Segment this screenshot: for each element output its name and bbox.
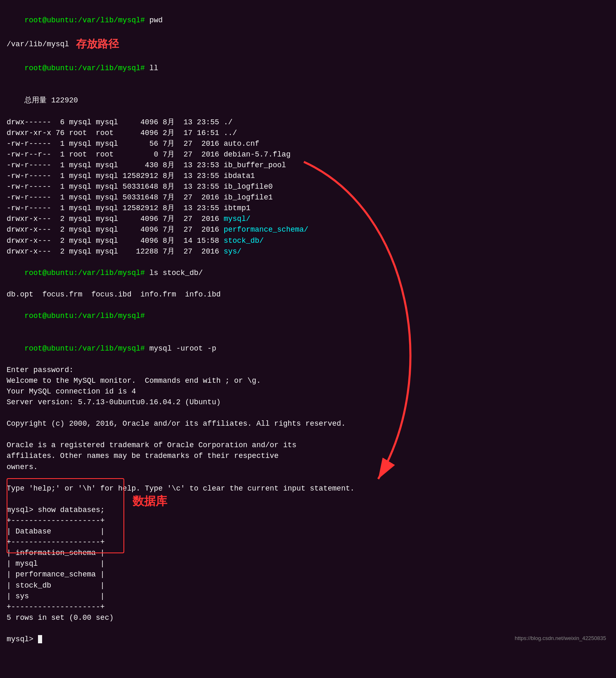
line-server-ver: Server version: 5.7.13-0ubuntu0.16.04.2 … [7, 397, 609, 408]
prompt-3: root@ubuntu:/var/lib/mysql# [24, 269, 145, 277]
watermark: https://blog.csdn.net/weixin_42250835 [515, 635, 606, 641]
cmd-5: mysql -uroot -p [145, 344, 216, 353]
cursor [38, 635, 43, 643]
line-blank5 [7, 623, 609, 634]
line-copyright: Copyright (c) 2000, 2016, Oracle and/or … [7, 418, 609, 429]
line-table-header: | Database | [7, 526, 609, 537]
line-oracle3: owners. [7, 462, 609, 472]
line-enter-pw: Enter password: [7, 365, 609, 375]
terminal-container: root@ubuntu:/var/lib/mysql# pwd /var/lib… [7, 4, 609, 645]
line-dir13: drwxr-x--- 2 mysql mysql 12288 7月 27 201… [7, 246, 609, 257]
line-dir12: drwxr-x--- 2 mysql mysql 4096 8月 14 15:5… [7, 235, 609, 246]
line-total: 总用量 122920 [7, 84, 609, 116]
line-2: /var/lib/mysql 存放路径 [7, 36, 609, 52]
line-rows: 5 rows in set (0.00 sec) [7, 612, 609, 623]
line-table-bottom: +--------------------+ [7, 602, 609, 612]
line-dir9: -rw-r----- 1 mysql mysql 12582912 8月 13 … [7, 203, 609, 213]
prompt-1: root@ubuntu:/var/lib/mysql# [24, 16, 145, 24]
total-output: 总用量 122920 [24, 96, 78, 104]
line-db4: | stock_db | [7, 580, 609, 591]
line-dir4: -rw-r--r-- 1 root root 0 7月 27 2016 debi… [7, 149, 609, 160]
line-ls-prompt: root@ubuntu:/var/lib/mysql# ls stock_db/ [7, 257, 609, 289]
line-conn-id: Your MySQL connection id is 4 [7, 386, 609, 397]
line-dir1: drwx------ 6 mysql mysql 4096 8月 13 23:5… [7, 117, 609, 128]
line-db3: | performance_schema | [7, 569, 609, 580]
line-db2: | mysql | [7, 558, 609, 569]
line-mysql-prompt: root@ubuntu:/var/lib/mysql# mysql -uroot… [7, 332, 609, 364]
line-blank1 [7, 408, 609, 418]
line-dir6: -rw-r----- 1 mysql mysql 12582912 8月 13 … [7, 171, 609, 181]
line-db5: | sys | [7, 591, 609, 602]
line-db1: | information_schema | [7, 548, 609, 558]
line-table-top: +--------------------+ [7, 515, 609, 526]
line-blank3 [7, 472, 609, 483]
line-dir5: -rw-r----- 1 mysql mysql 430 8月 13 23:53… [7, 160, 609, 171]
prompt-4: root@ubuntu:/var/lib/mysql# [24, 312, 145, 320]
line-help: Type 'help;' or '\h' for help. Type '\c'… [7, 483, 609, 494]
line-dir10: drwxr-x--- 2 mysql mysql 4096 7月 27 2016… [7, 213, 609, 224]
line-ls-output: db.opt focus.frm focus.ibd info.frm info… [7, 289, 609, 300]
line-blank2 [7, 429, 609, 440]
cmd-1: pwd [145, 16, 163, 24]
line-dir7: -rw-r----- 1 mysql mysql 50331648 8月 13 … [7, 181, 609, 192]
line-show-db: mysql> show databases; [7, 505, 609, 515]
line-dir8: -rw-r----- 1 mysql mysql 50331648 7月 27 … [7, 192, 609, 203]
annotation-path: 存放路径 [76, 36, 119, 52]
cmd-2: ll [145, 64, 158, 72]
line-dir2: drwxr-xr-x 76 root root 4096 2月 17 16:51… [7, 128, 609, 138]
line-oracle1: Oracle is a registered trademark of Orac… [7, 440, 609, 450]
line-dir11: drwxr-x--- 2 mysql mysql 4096 7月 27 2016… [7, 224, 609, 235]
prompt-5: root@ubuntu:/var/lib/mysql# [24, 344, 145, 353]
line-oracle2: affiliates. Other names may be trademark… [7, 450, 609, 461]
line-3: root@ubuntu:/var/lib/mysql# ll [7, 52, 609, 84]
line-blank4 [7, 494, 609, 505]
line-table-sep: +--------------------+ [7, 537, 609, 548]
line-welcome: Welcome to the MySQL monitor. Commands e… [7, 375, 609, 386]
line-blank-prompt: root@ubuntu:/var/lib/mysql# [7, 300, 609, 332]
cmd-3: ls stock_db/ [145, 269, 203, 277]
prompt-2: root@ubuntu:/var/lib/mysql# [24, 64, 145, 72]
line-dir3: -rw-r----- 1 mysql mysql 56 7月 27 2016 a… [7, 138, 609, 149]
line-1: root@ubuntu:/var/lib/mysql# pwd [7, 4, 609, 36]
output-pwd: /var/lib/mysql [7, 39, 73, 50]
